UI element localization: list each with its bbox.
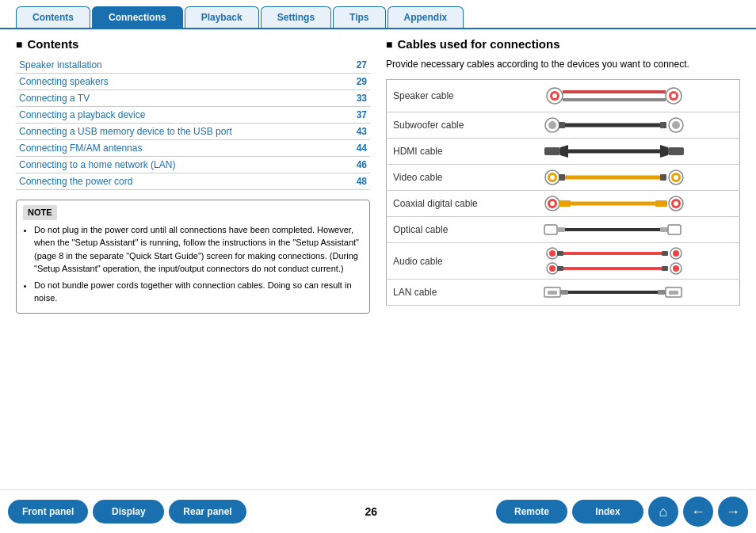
- display-button[interactable]: Display: [93, 500, 164, 523]
- svg-point-37: [674, 201, 678, 206]
- contents-row: Connecting a TV33: [16, 90, 370, 107]
- cable-illustration: [490, 80, 740, 112]
- svg-point-28: [674, 175, 678, 180]
- front-panel-button[interactable]: Front panel: [8, 500, 88, 523]
- svg-rect-23: [559, 174, 565, 181]
- contents-item-label: Connecting the power cord: [16, 173, 346, 190]
- cables-title: Cables used for connections: [386, 37, 740, 51]
- svg-rect-34: [655, 200, 667, 207]
- contents-title: Contents: [16, 37, 370, 51]
- main-content: Contents Speaker installation27Connectin…: [0, 29, 756, 489]
- svg-rect-39: [557, 227, 565, 232]
- contents-item-label: Connecting speakers: [16, 74, 346, 90]
- svg-point-44: [549, 250, 556, 257]
- cable-illustration: [490, 243, 740, 280]
- contents-item-label: Connecting to a home network (LAN): [16, 157, 346, 173]
- cable-label: LAN cable: [387, 280, 490, 306]
- svg-rect-32: [559, 200, 571, 207]
- cable-illustration: [490, 139, 740, 165]
- cable-illustration: [490, 217, 740, 243]
- svg-marker-18: [660, 145, 668, 158]
- contents-item-page: 37: [346, 107, 370, 124]
- svg-rect-45: [557, 251, 563, 256]
- tab-tips[interactable]: Tips: [333, 6, 385, 28]
- cable-row: Coaxial digital cable: [387, 191, 740, 217]
- contents-row: Connecting FM/AM antennas44: [16, 140, 370, 157]
- svg-rect-42: [668, 225, 681, 234]
- forward-button[interactable]: →: [718, 497, 748, 527]
- cable-row: LAN cable: [387, 280, 740, 306]
- home-icon: ⌂: [659, 504, 668, 520]
- tab-playback[interactable]: Playback: [185, 6, 259, 28]
- cable-row: HDMI cable: [387, 139, 740, 165]
- cable-illustration: [490, 280, 740, 306]
- svg-rect-41: [660, 227, 668, 232]
- contents-row: Connecting speakers29: [16, 74, 370, 90]
- cable-label: HDMI cable: [387, 139, 490, 165]
- svg-rect-19: [668, 147, 684, 155]
- contents-row: Connecting a USB memory device to the US…: [16, 124, 370, 140]
- tab-contents[interactable]: Contents: [16, 6, 90, 28]
- page-number: 26: [251, 505, 491, 518]
- svg-point-31: [550, 201, 555, 206]
- contents-row: Speaker installation27: [16, 57, 370, 74]
- remote-button[interactable]: Remote: [496, 500, 567, 523]
- svg-rect-25: [660, 174, 666, 181]
- cable-row: Optical cable: [387, 217, 740, 243]
- contents-item-page: 29: [346, 74, 370, 90]
- cables-intro: Provide necessary cables according to th…: [386, 57, 740, 71]
- rear-panel-button[interactable]: Rear panel: [169, 500, 246, 523]
- cable-illustration: [490, 191, 740, 217]
- contents-item-label: Speaker installation: [16, 57, 346, 74]
- back-button[interactable]: ←: [683, 497, 713, 527]
- svg-point-56: [673, 265, 679, 272]
- contents-item-label: Connecting a USB memory device to the US…: [16, 124, 346, 140]
- contents-item-page: 27: [346, 57, 370, 74]
- forward-arrow-icon: →: [726, 504, 740, 520]
- note-bullet: Do not bundle power cords together with …: [34, 279, 363, 305]
- svg-rect-52: [557, 266, 563, 271]
- cable-label: Video cable: [387, 165, 490, 191]
- cable-label: Coaxial digital cable: [387, 191, 490, 217]
- contents-item-label: Connecting a playback device: [16, 107, 346, 124]
- svg-rect-47: [662, 251, 668, 256]
- tab-appendix[interactable]: Appendix: [388, 6, 464, 28]
- contents-item-page: 44: [346, 140, 370, 157]
- cable-row: Subwoofer cable: [387, 112, 740, 139]
- note-list: Do not plug in the power cord until all …: [23, 223, 363, 305]
- cable-row: Video cable: [387, 165, 740, 191]
- contents-item-page: 43: [346, 124, 370, 140]
- index-button[interactable]: Index: [572, 500, 643, 523]
- home-button[interactable]: ⌂: [648, 497, 678, 527]
- cable-row: Speaker cable: [387, 80, 740, 112]
- tab-settings[interactable]: Settings: [261, 6, 331, 28]
- cable-label: Optical cable: [387, 217, 490, 243]
- tab-connections[interactable]: Connections: [92, 6, 183, 28]
- svg-rect-59: [560, 290, 568, 295]
- svg-point-51: [549, 265, 556, 272]
- contents-row: Connecting to a home network (LAN)46: [16, 157, 370, 173]
- contents-row: Connecting the power cord48: [16, 173, 370, 190]
- svg-rect-10: [559, 122, 565, 128]
- svg-rect-15: [544, 147, 560, 155]
- bottom-nav: Front panel Display Rear panel 26 Remote…: [0, 489, 756, 533]
- svg-point-49: [673, 250, 679, 257]
- cable-row: Audio cable: [387, 243, 740, 280]
- svg-point-2: [552, 93, 557, 98]
- cable-label: Speaker cable: [387, 80, 490, 112]
- note-box: NOTE Do not plug in the power cord until…: [16, 200, 370, 314]
- svg-marker-16: [560, 145, 568, 158]
- cable-illustration: [490, 112, 740, 139]
- svg-rect-61: [658, 290, 666, 295]
- contents-table: Speaker installation27Connecting speaker…: [16, 57, 370, 190]
- contents-item-page: 33: [346, 90, 370, 107]
- cable-label: Subwoofer cable: [387, 112, 490, 139]
- cables-table: Speaker cable Subwoofer cable HDMI cable…: [386, 79, 740, 306]
- contents-item-label: Connecting a TV: [16, 90, 346, 107]
- svg-rect-54: [662, 266, 668, 271]
- top-nav: Contents Connections Playback Settings T…: [0, 0, 756, 29]
- note-label: NOTE: [23, 205, 57, 220]
- contents-row: Connecting a playback device37: [16, 107, 370, 124]
- cable-illustration: [490, 165, 740, 191]
- contents-item-label: Connecting FM/AM antennas: [16, 140, 346, 157]
